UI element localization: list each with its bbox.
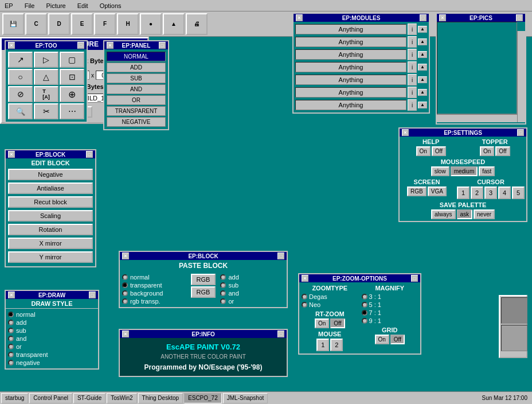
paste-transparent[interactable]: transparent [122, 282, 186, 289]
taskbar-toswin2[interactable]: TosWin2 [107, 393, 136, 403]
toolbar-btn-5[interactable]: F [94, 13, 116, 35]
tool-text[interactable]: T[A] [34, 86, 58, 102]
tool-play[interactable]: ▷ [34, 52, 58, 68]
module-scroll-up-3[interactable]: ▲ [418, 64, 427, 71]
toolbar-btn-print[interactable]: 🖨 [186, 13, 208, 35]
magnify-3-1[interactable]: 3 : 1 [362, 293, 418, 300]
ep-settings-expand[interactable]: □ [517, 129, 524, 136]
module-scroll-up-0[interactable]: ▲ [418, 26, 427, 33]
block-btn-rotation[interactable]: Rotation [8, 224, 93, 235]
screen-vga-btn[interactable]: VGA [428, 187, 447, 196]
module-info-3[interactable]: i [408, 61, 417, 73]
toolbar-btn-8[interactable]: ▲ [163, 13, 185, 35]
zoom-neo[interactable]: Neo [302, 301, 358, 308]
ep-pics-close[interactable]: × [439, 14, 446, 21]
block-btn-ymirror[interactable]: Y mirror [8, 251, 93, 263]
taskbar-st-guide[interactable]: ST-Guide [73, 393, 105, 403]
draw-add[interactable]: add [8, 319, 96, 326]
module-info-2[interactable]: i [408, 49, 417, 60]
tool-arrow[interactable]: ↗ [8, 52, 33, 68]
module-scroll-up-5[interactable]: ▲ [418, 89, 427, 96]
draw-negative[interactable]: negative [8, 359, 96, 366]
help-on-btn[interactable]: On [416, 146, 431, 156]
tool-circle[interactable]: ○ [8, 69, 33, 85]
paste-normal[interactable]: normal [122, 274, 186, 281]
cursor-btn-2[interactable]: 2 [471, 187, 483, 199]
paste-rgb-btn-2[interactable]: RGB [191, 286, 216, 298]
ep-settings-close[interactable]: × [402, 129, 409, 136]
ms-slow-btn[interactable]: slow [431, 166, 449, 176]
panel-item-add[interactable]: ADD [107, 63, 166, 72]
block-btn-antialiase[interactable]: Antialiase [8, 182, 93, 194]
taskbar-jml[interactable]: JML-Snapshot [223, 393, 268, 403]
module-info-1[interactable]: i [408, 36, 417, 48]
ep-zoom-close[interactable]: × [302, 275, 308, 282]
magnify-7-1[interactable]: 7 : 1 [362, 309, 418, 316]
ep-panel-close[interactable]: × [107, 42, 114, 49]
sp-never-btn[interactable]: never [474, 209, 495, 219]
toolbar-btn-4[interactable]: E [71, 13, 93, 35]
tool-rect[interactable]: ▢ [60, 52, 84, 68]
rt-zoom-on-btn[interactable]: On [315, 318, 329, 328]
draw-transparent[interactable]: transparent [8, 351, 96, 358]
cursor-btn-5[interactable]: 5 [512, 187, 525, 199]
ep-too-close[interactable]: × [8, 42, 15, 49]
ep-pics-expand[interactable]: □ [516, 14, 523, 21]
ep-draw-expand[interactable]: □ [89, 292, 96, 298]
ep-pics-scrollbar-h[interactable] [437, 114, 517, 122]
menu-file[interactable]: File [22, 2, 37, 9]
paste-add[interactable]: add [220, 274, 284, 281]
ep-block-left-close[interactable]: × [8, 151, 15, 158]
menu-ep[interactable]: EP [2, 2, 15, 9]
mouse-btn-2[interactable]: 2 [330, 339, 343, 351]
paste-rgb-transp[interactable]: rgb transp. [122, 298, 186, 305]
ep-info-expand[interactable]: □ [277, 331, 284, 337]
magnify-5-1[interactable]: 5 : 1 [362, 301, 418, 308]
mouse-btn-1[interactable]: 1 [316, 339, 329, 351]
toolbar-btn-3[interactable]: D [48, 13, 70, 35]
tool-stamp[interactable]: ⊘ [8, 86, 33, 102]
module-scroll-up-6[interactable]: ▲ [418, 102, 427, 108]
ep-pics-scrollbar-v[interactable] [517, 31, 525, 122]
module-info-5[interactable]: i [408, 87, 417, 98]
module-info-0[interactable]: i [408, 24, 417, 35]
toolbar-btn-7[interactable]: ● [140, 13, 162, 35]
panel-item-sub[interactable]: SUB [107, 73, 166, 83]
grid-on-btn[interactable]: On [375, 335, 389, 344]
module-info-6[interactable]: i [408, 99, 417, 111]
ep-block-paste-expand[interactable]: □ [277, 252, 284, 259]
grid-off-btn[interactable]: Off [390, 335, 405, 344]
tool-scissors[interactable]: ✂ [34, 103, 58, 119]
taskbar-control-panel[interactable]: Control Panel [29, 393, 72, 403]
zoom-degas[interactable]: Degas [302, 293, 358, 300]
paste-rgb-btn-1[interactable]: RGB [191, 274, 216, 285]
draw-and[interactable]: and [8, 335, 96, 342]
screen-rgb-btn[interactable]: RGB [407, 187, 427, 196]
panel-item-and[interactable]: AND [107, 84, 166, 94]
ep-block-left-expand[interactable]: □ [86, 151, 93, 158]
rt-zoom-off-btn[interactable]: Off [330, 318, 345, 328]
draw-normal[interactable]: normal [8, 311, 96, 318]
topper-on-btn[interactable]: On [480, 146, 494, 156]
toolbar-btn-6[interactable]: H [117, 13, 139, 35]
paste-or[interactable]: or [220, 298, 284, 305]
paste-and[interactable]: and [220, 290, 284, 297]
tool-triangle[interactable]: △ [34, 69, 58, 85]
ep-too-expand[interactable]: □ [77, 42, 84, 49]
tool-misc[interactable]: ⋯ [60, 103, 84, 119]
module-scroll-up-2[interactable]: ▲ [418, 51, 427, 58]
menu-picture[interactable]: Picture [44, 2, 68, 9]
cursor-btn-3[interactable]: 3 [484, 187, 497, 199]
module-info-4[interactable]: i [408, 74, 417, 86]
taskbar-escpo[interactable]: ESCPO_72 [184, 393, 222, 403]
tool-eraser[interactable]: ⊕ [60, 86, 84, 102]
module-scroll-up-1[interactable]: ▲ [418, 38, 427, 45]
ep-modules-expand[interactable]: □ [420, 14, 427, 21]
toolbar-btn-2[interactable]: C [25, 13, 47, 35]
sp-ask-btn[interactable]: ask [457, 209, 473, 219]
ep-modules-close[interactable]: × [296, 14, 303, 21]
help-off-btn[interactable]: Off [432, 146, 446, 156]
draw-sub[interactable]: sub [8, 327, 96, 334]
ep-draw-close[interactable]: × [8, 292, 15, 298]
ms-fast-btn[interactable]: fast [479, 166, 495, 176]
